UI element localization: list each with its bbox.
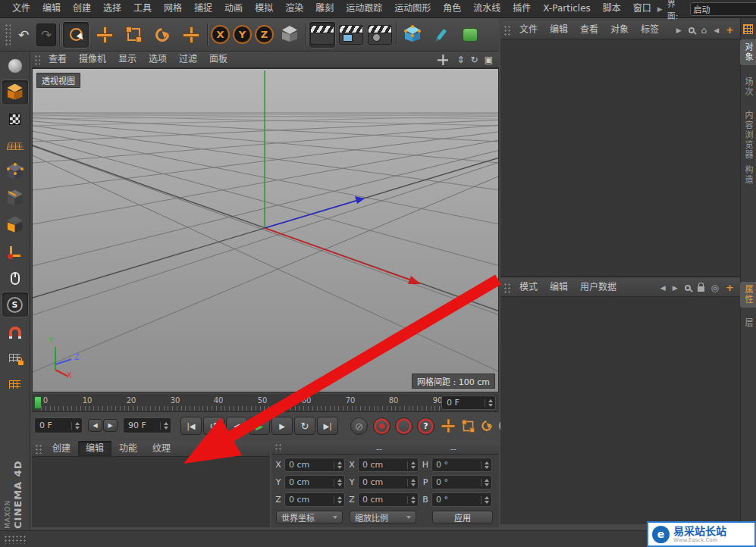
- materials-tab-texture[interactable]: 纹理: [145, 441, 178, 456]
- menu-snap[interactable]: 捕捉: [188, 0, 218, 17]
- spline-pen-button[interactable]: [428, 22, 454, 48]
- workplane-mode-button[interactable]: [2, 133, 28, 158]
- add-icon[interactable]: +: [726, 24, 734, 36]
- panel-grip[interactable]: [35, 444, 42, 454]
- stepper-arrows[interactable]: [481, 461, 489, 469]
- menu-mograph[interactable]: 运动图形: [388, 0, 437, 17]
- size-x-input[interactable]: 0 cm: [358, 458, 419, 472]
- coords-size-header[interactable]: --: [376, 444, 382, 454]
- stepper-arrows[interactable]: [407, 461, 416, 469]
- statusbar-grip[interactable]: [4, 535, 27, 544]
- coord-system-dropdown[interactable]: 世界坐标: [276, 511, 343, 524]
- undo-button[interactable]: ↶: [14, 23, 33, 46]
- record-scale-toggle[interactable]: [463, 420, 474, 431]
- om-menu-file[interactable]: 文件: [513, 21, 544, 39]
- back-icon[interactable]: ◀: [714, 27, 719, 34]
- menu-character[interactable]: 角色: [437, 0, 467, 17]
- stepper-arrows[interactable]: [334, 461, 342, 469]
- menubar-overflow-icon[interactable]: ▶: [657, 5, 663, 13]
- menu-file[interactable]: 文件: [6, 0, 36, 17]
- om-menu-view[interactable]: 查看: [574, 21, 604, 39]
- toolbar-grip[interactable]: [5, 23, 11, 46]
- om-menu-tags[interactable]: 标签: [635, 21, 665, 39]
- size-y-input[interactable]: 0 cm: [358, 475, 419, 489]
- size-z-input[interactable]: 0 cm: [358, 492, 419, 507]
- nav-forward-icon[interactable]: ▶: [673, 284, 678, 292]
- solo-animation-button[interactable]: ⊘: [350, 417, 368, 435]
- materials-tab-function[interactable]: 功能: [111, 441, 145, 456]
- autokey-button[interactable]: [395, 417, 413, 435]
- om-menu-edit[interactable]: 编辑: [544, 21, 574, 39]
- view-zoom-icon[interactable]: ⇕: [457, 55, 465, 65]
- position-z-input[interactable]: 0 cm: [284, 492, 345, 507]
- prev-key-button[interactable]: ◀: [88, 419, 102, 432]
- panel-grip[interactable]: [503, 283, 510, 293]
- viewport-menu-view[interactable]: 查看: [42, 52, 73, 67]
- tab-attributes[interactable]: 属性: [740, 282, 756, 308]
- stepper-arrows[interactable]: [485, 399, 493, 407]
- stepper-arrows[interactable]: [481, 479, 489, 486]
- lock-icon[interactable]: [698, 286, 704, 292]
- record-position-toggle[interactable]: [441, 419, 456, 433]
- lock-workplane-button[interactable]: [2, 345, 28, 370]
- view-rotate-icon[interactable]: ↻: [471, 55, 478, 65]
- live-selection-button[interactable]: [63, 22, 89, 48]
- panel-grip[interactable]: [274, 443, 281, 452]
- tab-takes[interactable]: 场次: [740, 74, 756, 100]
- viewport-menu-panel[interactable]: 面板: [203, 52, 234, 67]
- menu-simulate[interactable]: 模拟: [249, 0, 279, 17]
- record-keyframe-button[interactable]: [373, 417, 391, 435]
- target-icon[interactable]: ◎: [711, 283, 719, 293]
- record-rotation-toggle[interactable]: [479, 418, 494, 433]
- menu-mesh[interactable]: 网格: [158, 0, 188, 17]
- goto-end-button[interactable]: ▶|: [317, 417, 338, 435]
- nav-back-icon[interactable]: ◀: [660, 284, 666, 292]
- redo-button[interactable]: ↷: [36, 23, 56, 46]
- lock-z-axis-button[interactable]: Z: [255, 25, 274, 44]
- stepper-up-icon[interactable]: [164, 422, 168, 425]
- play-button[interactable]: ▶: [249, 417, 270, 435]
- next-frame-button[interactable]: ▶: [271, 417, 293, 435]
- panel-grip[interactable]: [503, 25, 510, 36]
- om-menu-object[interactable]: 对象: [604, 21, 635, 39]
- stepper-up-icon[interactable]: [488, 399, 493, 402]
- viewport-menu-display[interactable]: 显示: [112, 52, 143, 67]
- end-frame-spinner[interactable]: 90 F: [123, 417, 171, 433]
- add-primitive-button[interactable]: [400, 22, 425, 48]
- stepper-arrows[interactable]: [407, 479, 416, 486]
- menu-motion-tracker[interactable]: 运动跟踪: [340, 0, 388, 17]
- stepper-down-icon[interactable]: [164, 427, 168, 430]
- points-mode-button[interactable]: [2, 160, 28, 184]
- polygons-mode-button[interactable]: [2, 213, 28, 237]
- coordinate-system-button[interactable]: [277, 22, 303, 48]
- stepper-arrows[interactable]: [481, 496, 489, 504]
- stepper-down-icon[interactable]: [75, 427, 80, 430]
- home-icon[interactable]: ⌂: [701, 25, 707, 36]
- lock-x-axis-button[interactable]: X: [211, 25, 230, 44]
- play-backwards-button[interactable]: ↺: [203, 417, 224, 435]
- menu-script[interactable]: 脚本: [597, 0, 627, 17]
- menu-animation[interactable]: 动画: [218, 0, 249, 17]
- viewport-canvas[interactable]: 透视视图 网格间距 : 100 cm: [32, 68, 499, 392]
- scale-mode-dropdown[interactable]: 缩放比例: [350, 511, 416, 524]
- menu-pipeline[interactable]: 流水线: [467, 0, 507, 17]
- materials-tab-create[interactable]: 创建: [45, 441, 78, 456]
- tab-structure[interactable]: 构造: [740, 162, 756, 188]
- view-pan-icon[interactable]: [437, 54, 448, 65]
- move-tool-button[interactable]: [92, 22, 118, 48]
- view-toggle-icon[interactable]: ▣: [485, 55, 493, 65]
- keyframe-help-button[interactable]: ?: [417, 417, 434, 435]
- viewport-solo-button[interactable]: [2, 266, 28, 290]
- attribute-area[interactable]: [500, 297, 740, 524]
- stepper-up-icon[interactable]: [75, 422, 80, 425]
- am-menu-mode[interactable]: 模式: [513, 279, 544, 296]
- menu-window[interactable]: 窗口: [627, 0, 657, 17]
- loop-button[interactable]: ↻: [294, 417, 315, 435]
- stepper-arrows[interactable]: [71, 422, 80, 430]
- object-list-area[interactable]: [500, 39, 740, 277]
- magnet-snap-button[interactable]: [2, 319, 28, 343]
- next-key-button[interactable]: ▶: [103, 419, 118, 432]
- menu-plugins[interactable]: 插件: [507, 0, 537, 17]
- viewport-menu-camera[interactable]: 摄像机: [73, 52, 112, 67]
- texture-mode-button[interactable]: [2, 107, 28, 131]
